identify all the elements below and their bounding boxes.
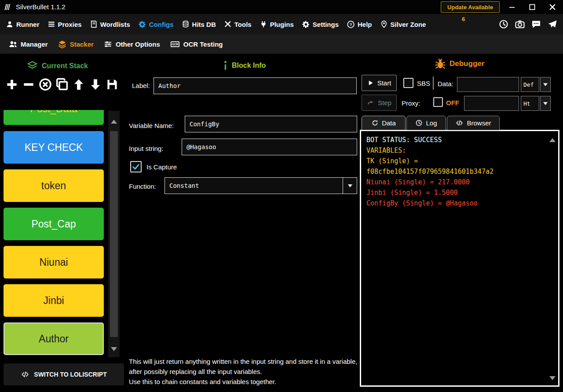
telegram-button[interactable] — [545, 17, 559, 31]
label-field[interactable]: Author — [154, 77, 357, 94]
start-button[interactable]: Start — [362, 75, 397, 91]
plug-icon — [260, 20, 267, 28]
stack-block-niunai[interactable]: Niunai — [4, 246, 104, 278]
main-area: Current Stack Block Info Debugger — [0, 54, 563, 392]
screenshot-button[interactable] — [513, 17, 527, 31]
person-icon — [6, 20, 14, 28]
chevron-down-icon[interactable] — [343, 178, 357, 194]
subnav-item-ocr-testing[interactable]: OCR OCR Testing — [165, 34, 228, 54]
minus-icon — [22, 78, 35, 91]
title-bar: SilverBullet 1.1.2 Update Available — [0, 0, 563, 14]
move-down-button[interactable] — [87, 75, 104, 94]
chevron-down-icon[interactable] — [540, 96, 551, 111]
label-field-label: Label: — [132, 82, 150, 89]
data-type-select[interactable]: Def — [521, 77, 551, 92]
nav-item-proxies[interactable]: Proxies — [44, 14, 86, 34]
plus-icon — [5, 78, 18, 91]
nav-item-silver-zone[interactable]: Silver Zone — [376, 14, 430, 34]
nav-item-plugins[interactable]: Plugins — [256, 14, 298, 34]
sbs-label: SBS — [417, 80, 430, 87]
nav-item-configs[interactable]: Configs — [134, 14, 178, 34]
move-up-button[interactable] — [70, 75, 87, 94]
data-input[interactable] — [457, 77, 519, 92]
maximize-button[interactable] — [524, 1, 540, 13]
sbs-checkbox[interactable] — [403, 78, 413, 88]
add-block-button[interactable] — [4, 75, 20, 94]
history-button[interactable] — [497, 17, 511, 31]
update-available-button[interactable]: Update Available — [441, 1, 500, 13]
switch-to-loliscript-button[interactable]: SWITCH TO LOLISCRIPT — [4, 363, 124, 385]
output-line: f08cfbe104157f079659841601b347a2 — [366, 166, 553, 177]
help-icon: ? — [347, 20, 355, 29]
clone-block-button[interactable] — [54, 75, 70, 94]
output-line: VARIABLES: — [366, 145, 553, 156]
subnav-item-manager[interactable]: Manager — [4, 34, 53, 54]
save-stack-button[interactable] — [104, 75, 121, 94]
scroll-up-arrow[interactable] — [111, 120, 117, 124]
input-string-label: Input string: — [129, 145, 163, 152]
scroll-down-arrow[interactable] — [549, 376, 556, 380]
stack-scrollbar[interactable] — [108, 111, 120, 357]
tab-browser[interactable]: Browser — [447, 116, 500, 130]
stack-block-token[interactable]: token — [4, 169, 104, 202]
step-button[interactable]: Step — [362, 95, 397, 111]
bug-icon — [435, 58, 446, 70]
proxy-input[interactable] — [464, 96, 519, 111]
nav-item-wordlists[interactable]: Wordlists — [86, 14, 134, 34]
stack-block-label: Post_Data — [30, 110, 77, 115]
svg-text:?: ? — [350, 22, 352, 26]
debugger-header: Debugger — [435, 58, 484, 70]
tools-icon — [224, 20, 232, 28]
tab-log[interactable]: Log — [406, 116, 446, 130]
scrollbar-thumb[interactable] — [110, 131, 118, 337]
sliders-icon — [103, 40, 113, 49]
code-icon — [21, 370, 29, 378]
subnav-item-other-options[interactable]: Other Options — [99, 34, 165, 54]
configs-subnav: Manager Stacker Other Options OCR OCR Te… — [0, 34, 563, 54]
remove-block-button[interactable] — [20, 75, 37, 94]
output-line: TK (Single) = — [366, 156, 553, 166]
close-button[interactable] — [545, 1, 560, 13]
stack-icon — [26, 60, 38, 72]
copy-icon — [55, 77, 69, 92]
update-count-badge: 6 — [462, 16, 465, 22]
nav-item-settings[interactable]: Settings — [298, 14, 343, 34]
chevron-down-icon[interactable] — [540, 77, 551, 92]
current-stack-header: Current Stack — [26, 60, 88, 72]
proxy-checkbox[interactable] — [433, 97, 443, 107]
stack-block-label: Niunai — [39, 256, 68, 268]
stack-block-label: Jinbi — [43, 295, 64, 307]
database-icon — [182, 20, 190, 28]
nav-item-runner[interactable]: Runner — [2, 14, 44, 34]
proxy-type-select[interactable]: Ht — [521, 96, 551, 111]
nav-quick-icons — [497, 14, 561, 34]
layers-icon — [58, 40, 67, 49]
debugger-output-panel[interactable]: BOT STATUS: SUCCESS VARIABLES: TK (Singl… — [360, 130, 559, 387]
code-icon — [455, 119, 464, 127]
is-capture-checkbox[interactable] — [130, 161, 142, 172]
stack-block-post-data[interactable]: Post_Data — [4, 110, 104, 125]
history-icon — [415, 119, 423, 127]
minimize-button[interactable] — [504, 1, 520, 13]
circle-x-icon — [38, 77, 52, 92]
variable-name-field[interactable]: ConfigBy — [185, 116, 357, 132]
clear-stack-button[interactable] — [37, 75, 54, 94]
nav-item-tools[interactable]: Tools — [220, 14, 256, 34]
nav-item-hits-db[interactable]: Hits DB — [178, 14, 220, 34]
nav-item-help[interactable]: ? Help — [343, 14, 376, 34]
check-icon — [132, 162, 140, 171]
stack-block-post-cap[interactable]: Post_Cap — [4, 208, 104, 240]
tab-data[interactable]: Data — [362, 116, 406, 130]
chat-button[interactable] — [529, 17, 543, 31]
stack-block-label: Author — [39, 333, 69, 345]
input-string-field[interactable]: @Hagasoo — [182, 139, 357, 155]
stack-block-author[interactable]: Author — [4, 322, 104, 355]
camera-icon — [515, 19, 525, 29]
subnav-item-stacker[interactable]: Stacker — [53, 34, 99, 54]
play-icon — [367, 80, 374, 86]
stack-block-jinbi[interactable]: Jinbi — [4, 284, 104, 317]
function-select[interactable]: Constant — [165, 177, 357, 194]
scroll-up-arrow[interactable] — [549, 138, 556, 142]
scroll-down-arrow[interactable] — [111, 347, 117, 351]
stack-block-key-check[interactable]: KEY CHECK — [4, 131, 104, 164]
